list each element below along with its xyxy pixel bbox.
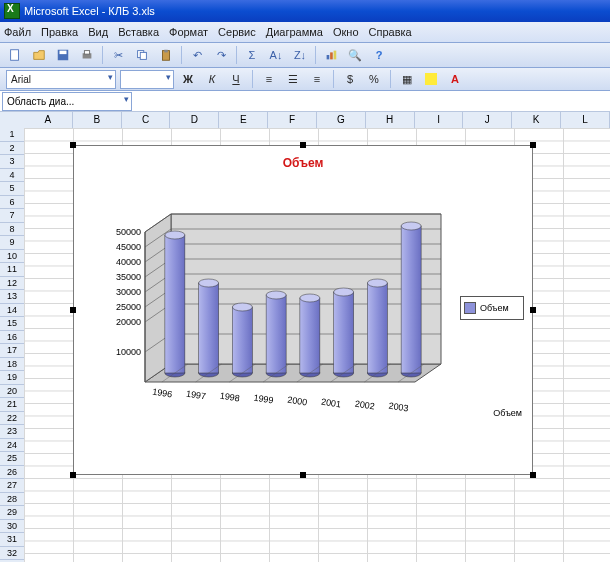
col-header[interactable]: J [463,112,512,128]
col-header[interactable]: D [170,112,219,128]
underline-button[interactable]: Ч [226,69,246,89]
align-center-icon[interactable]: ☰ [283,69,303,89]
name-box[interactable]: Область диа... [2,92,132,111]
col-header[interactable]: A [24,112,73,128]
row-header[interactable]: 27 [0,479,24,493]
row-header[interactable]: 21 [0,398,24,412]
font-color-icon[interactable]: A [445,69,465,89]
bold-button[interactable]: Ж [178,69,198,89]
chart-wizard-icon[interactable] [320,44,342,66]
menu-chart[interactable]: Диаграмма [266,26,323,38]
col-header[interactable]: L [561,112,610,128]
resize-handle[interactable] [70,472,76,478]
chart-object[interactable]: Объем 1000020000250003000035000400004500… [73,145,533,475]
menu-view[interactable]: Вид [88,26,108,38]
row-header[interactable]: 11 [0,263,24,277]
row-header[interactable]: 4 [0,169,24,183]
copy-icon[interactable] [131,44,153,66]
paste-icon[interactable] [155,44,177,66]
open-icon[interactable] [28,44,50,66]
row-header[interactable]: 17 [0,344,24,358]
row-header[interactable]: 16 [0,331,24,345]
row-header[interactable]: 3 [0,155,24,169]
resize-handle[interactable] [70,307,76,313]
sort-desc-icon[interactable]: Z↓ [289,44,311,66]
menu-format[interactable]: Формат [169,26,208,38]
resize-handle[interactable] [530,142,536,148]
row-header[interactable]: 6 [0,196,24,210]
align-left-icon[interactable]: ≡ [259,69,279,89]
help-icon[interactable]: ? [368,44,390,66]
row-header[interactable]: 20 [0,385,24,399]
zoom-icon[interactable]: 🔍 [344,44,366,66]
print-icon[interactable] [76,44,98,66]
italic-button[interactable]: К [202,69,222,89]
sum-icon[interactable]: Σ [241,44,263,66]
col-header[interactable]: K [512,112,561,128]
menu-tools[interactable]: Сервис [218,26,256,38]
chart-title[interactable]: Объем [74,156,532,170]
col-header[interactable]: E [219,112,268,128]
row-header[interactable]: 22 [0,412,24,426]
menu-file[interactable]: Файл [4,26,31,38]
sort-asc-icon[interactable]: A↓ [265,44,287,66]
worksheet[interactable]: ABCDEFGHIJKL 123456789101112131415161718… [0,112,610,562]
row-header[interactable]: 31 [0,533,24,547]
resize-handle[interactable] [300,472,306,478]
new-icon[interactable] [4,44,26,66]
row-header[interactable]: 23 [0,425,24,439]
borders-icon[interactable]: ▦ [397,69,417,89]
resize-handle[interactable] [70,142,76,148]
align-right-icon[interactable]: ≡ [307,69,327,89]
fill-color-icon[interactable] [421,69,441,89]
row-header[interactable]: 7 [0,209,24,223]
row-header[interactable]: 8 [0,223,24,237]
row-header[interactable]: 28 [0,493,24,507]
plot-area[interactable]: 1000020000250003000035000400004500050000… [90,182,460,452]
col-header[interactable]: G [317,112,366,128]
toolbar-separator [390,70,391,88]
menu-help[interactable]: Справка [369,26,412,38]
redo-icon[interactable]: ↷ [210,44,232,66]
svg-text:1996: 1996 [152,387,173,400]
row-headers[interactable]: 1234567891011121314151617181920212223242… [0,128,25,562]
col-header[interactable]: C [122,112,171,128]
select-all-corner[interactable] [0,112,25,129]
row-header[interactable]: 2 [0,142,24,156]
col-header[interactable]: H [366,112,415,128]
row-header[interactable]: 19 [0,371,24,385]
row-header[interactable]: 24 [0,439,24,453]
col-header[interactable]: F [268,112,317,128]
font-size-combo[interactable] [120,70,174,89]
cut-icon[interactable]: ✂ [107,44,129,66]
resize-handle[interactable] [530,472,536,478]
row-header[interactable]: 14 [0,304,24,318]
menu-edit[interactable]: Правка [41,26,78,38]
row-header[interactable]: 29 [0,506,24,520]
currency-icon[interactable]: $ [340,69,360,89]
row-header[interactable]: 9 [0,236,24,250]
save-icon[interactable] [52,44,74,66]
row-header[interactable]: 1 [0,128,24,142]
row-header[interactable]: 15 [0,317,24,331]
row-header[interactable]: 18 [0,358,24,372]
col-header[interactable]: I [415,112,464,128]
percent-icon[interactable]: % [364,69,384,89]
menu-window[interactable]: Окно [333,26,359,38]
row-header[interactable]: 30 [0,520,24,534]
chart-legend[interactable]: Объем [460,296,524,320]
col-header[interactable]: B [73,112,122,128]
row-header[interactable]: 25 [0,452,24,466]
row-header[interactable]: 12 [0,277,24,291]
row-header[interactable]: 32 [0,547,24,561]
row-header[interactable]: 5 [0,182,24,196]
row-header[interactable]: 26 [0,466,24,480]
row-header[interactable]: 13 [0,290,24,304]
column-headers[interactable]: ABCDEFGHIJKL [24,112,610,129]
row-header[interactable]: 10 [0,250,24,264]
resize-handle[interactable] [300,142,306,148]
resize-handle[interactable] [530,307,536,313]
menu-insert[interactable]: Вставка [118,26,159,38]
font-combo[interactable]: Arial [6,70,116,89]
undo-icon[interactable]: ↶ [186,44,208,66]
